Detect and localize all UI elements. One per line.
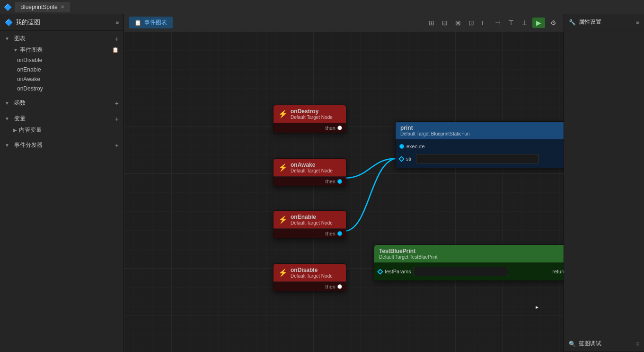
- run-button[interactable]: ▶: [532, 18, 545, 28]
- chevron-right-icon: ▼: [5, 116, 9, 121]
- event-icon: ⚡: [278, 109, 288, 118]
- blueprint-debug-title: 🔍 蓝图调试: [569, 340, 601, 348]
- toolbar-btn-7[interactable]: ⊤: [506, 18, 516, 28]
- node-onDestroy[interactable]: ⚡ onDestroy Default Target Node then: [273, 105, 346, 133]
- then-port-awake[interactable]: [337, 179, 342, 184]
- sidebar-item-internal-vars[interactable]: ▶ 内管变量: [0, 125, 124, 135]
- str-label: str: [406, 156, 412, 162]
- node-test-blueprint[interactable]: TestBluePrint Default Target TestBluePri…: [374, 244, 564, 281]
- testparams-port[interactable]: [377, 269, 383, 275]
- tree-section-event-dispatcher-title: ▼ 事件分发器: [5, 141, 43, 149]
- functions-add-button[interactable]: +: [115, 99, 119, 107]
- toolbar-btn-1[interactable]: ⊞: [426, 18, 437, 28]
- blueprint-canvas[interactable]: ⚡ onDestroy Default Target Node then ⚡ o…: [124, 31, 564, 352]
- cursor: [536, 306, 540, 311]
- tree-section-graph-header[interactable]: ▼ 图表 +: [0, 33, 124, 45]
- node-onDisable[interactable]: ⚡ onDisable Default Target Node then: [273, 263, 346, 292]
- tree-section-functions-label: 函数: [14, 99, 26, 107]
- tab-close-button[interactable]: ✕: [61, 4, 64, 9]
- center-panel: 📋 事件图表 ⊞ ⊟ ⊠ ⊡ ⊢ ⊣ ⊤ ⊥ ▶ ⚙: [124, 14, 564, 352]
- tree-section-functions-header[interactable]: ▼ 函数 +: [0, 97, 124, 109]
- canvas-toolbar: 📋 事件图表 ⊞ ⊟ ⊠ ⊡ ⊢ ⊣ ⊤ ⊥ ▶ ⚙: [124, 14, 564, 31]
- sidebar-item-onAwake[interactable]: onAwake: [0, 74, 124, 84]
- left-panel: 🔷 我的蓝图 ≡ ▼ 图表 + ▼ 事件图表 📋 onDisable onEna…: [0, 14, 124, 352]
- node-print[interactable]: print Default Target BlueprintStaticFun …: [395, 121, 564, 168]
- execute-port-row: execute: [396, 142, 564, 151]
- sidebar-item-onDisable[interactable]: onDisable: [0, 55, 124, 65]
- str-port[interactable]: [398, 156, 405, 162]
- node-onDisable-subtitle: Default Target Node: [291, 273, 333, 279]
- sidebar-item-event-graph-label: 事件图表: [20, 46, 43, 54]
- tab-label: BlueprintSprite: [20, 4, 58, 10]
- sidebar-item-onEnable[interactable]: onEnable: [0, 65, 124, 74]
- node-onAwake-subtitle: Default Target Node: [291, 168, 333, 173]
- tree-section-graph-label: 图表: [14, 35, 26, 43]
- properties-panel-title: 🔧 属性设置: [569, 18, 601, 26]
- blueprint-debug-panel: 🔍 蓝图调试 ≡: [564, 336, 644, 352]
- tree-section-variables-header[interactable]: ▼ 变量 +: [0, 113, 124, 125]
- node-onAwake[interactable]: ⚡ onAwake Default Target Node then: [273, 158, 346, 187]
- then-port[interactable]: [337, 126, 342, 130]
- then-port-disable[interactable]: [337, 284, 342, 289]
- title-bar: 🔷 BlueprintSprite ✕: [0, 0, 644, 14]
- properties-menu-button[interactable]: ≡: [636, 19, 639, 26]
- chevron-right-icon: ▶: [13, 127, 17, 133]
- toolbar-btn-2[interactable]: ⊟: [440, 18, 450, 28]
- properties-icon: 🔧: [569, 19, 576, 26]
- str-input[interactable]: [416, 154, 539, 163]
- node-onEnable[interactable]: ⚡ onEnable Default Target Node then: [273, 210, 346, 239]
- node-print-title: print: [400, 125, 564, 131]
- return-label: return: [552, 269, 564, 274]
- sidebar-item-event-graph[interactable]: ▼ 事件图表 📋: [0, 45, 124, 55]
- event-icon: ⚡: [278, 163, 288, 172]
- node-onAwake-title: onAwake: [291, 162, 333, 168]
- variables-add-button[interactable]: +: [115, 115, 119, 123]
- testparams-input[interactable]: [414, 267, 508, 276]
- toolbar-btn-5[interactable]: ⊢: [479, 18, 490, 28]
- toolbar-btn-4[interactable]: ⊡: [466, 18, 476, 28]
- left-panel-menu-button[interactable]: ≡: [115, 19, 119, 26]
- properties-panel: 🔧 属性设置 ≡: [564, 14, 644, 30]
- connector-overlay: [124, 31, 564, 352]
- then-label: then: [326, 125, 335, 131]
- tree-section-functions-title: ▼ 函数: [5, 99, 26, 107]
- node-onEnable-header: ⚡ onEnable Default Target Node: [273, 211, 346, 228]
- settings-button[interactable]: ⚙: [548, 18, 559, 28]
- node-onDestroy-title: onDestroy: [291, 108, 333, 115]
- tree-section-graph: ▼ 图表 + ▼ 事件图表 📋 onDisable onEnable onAwa…: [0, 31, 124, 95]
- node-onDestroy-header: ⚡ onDestroy Default Target Node: [273, 105, 346, 123]
- event-dispatcher-add-button[interactable]: +: [115, 142, 119, 149]
- then-label: then: [326, 284, 335, 289]
- title-tab[interactable]: BlueprintSprite ✕: [15, 2, 70, 12]
- left-panel-title: 🔷 我的蓝图: [5, 18, 40, 27]
- right-panel: 🔧 属性设置 ≡ 🔍 蓝图调试 ≡: [564, 14, 644, 352]
- node-test-blueprint-header: TestBluePrint Default Target TestBluePri…: [374, 245, 564, 262]
- left-panel-header: 🔷 我的蓝图 ≡: [0, 14, 124, 31]
- node-test-blueprint-subtitle: Default Target TestBluePrint: [379, 254, 438, 260]
- str-port-row: str: [396, 153, 564, 165]
- canvas-tab[interactable]: 📋 事件图表: [129, 17, 173, 28]
- testparams-label: testParams: [385, 269, 411, 274]
- toolbar-btn-3[interactable]: ⊠: [453, 18, 463, 28]
- event-icon: ⚡: [278, 215, 288, 224]
- node-onEnable-footer: then: [273, 228, 346, 238]
- then-port-enable[interactable]: [337, 231, 342, 236]
- node-onAwake-header: ⚡ onAwake Default Target Node: [273, 159, 346, 176]
- debug-icon: 🔍: [569, 341, 576, 347]
- node-test-blueprint-title: TestBluePrint: [379, 248, 438, 254]
- blueprint-debug-header: 🔍 蓝图调试 ≡: [564, 336, 644, 352]
- toolbar-btn-6[interactable]: ⊣: [493, 18, 503, 28]
- debug-menu-button[interactable]: ≡: [636, 341, 639, 347]
- tree-section-event-dispatcher-header[interactable]: ▼ 事件分发器 +: [0, 139, 124, 151]
- execute-port[interactable]: [399, 144, 404, 149]
- properties-label: 属性设置: [579, 18, 601, 26]
- tree-section-event-dispatcher: ▼ 事件分发器 +: [0, 137, 124, 153]
- graph-add-button[interactable]: +: [115, 35, 119, 43]
- app-icon: 🔷: [4, 3, 12, 11]
- node-onDisable-title: onDisable: [291, 267, 333, 273]
- blueprint-debug-label: 蓝图调试: [579, 340, 601, 348]
- tree-section-graph-title: ▼ 图表: [5, 35, 26, 43]
- toolbar-btn-8[interactable]: ⊥: [519, 18, 529, 28]
- node-onEnable-subtitle: Default Target Node: [291, 220, 333, 226]
- sidebar-item-onDestroy[interactable]: onDestroy: [0, 84, 124, 93]
